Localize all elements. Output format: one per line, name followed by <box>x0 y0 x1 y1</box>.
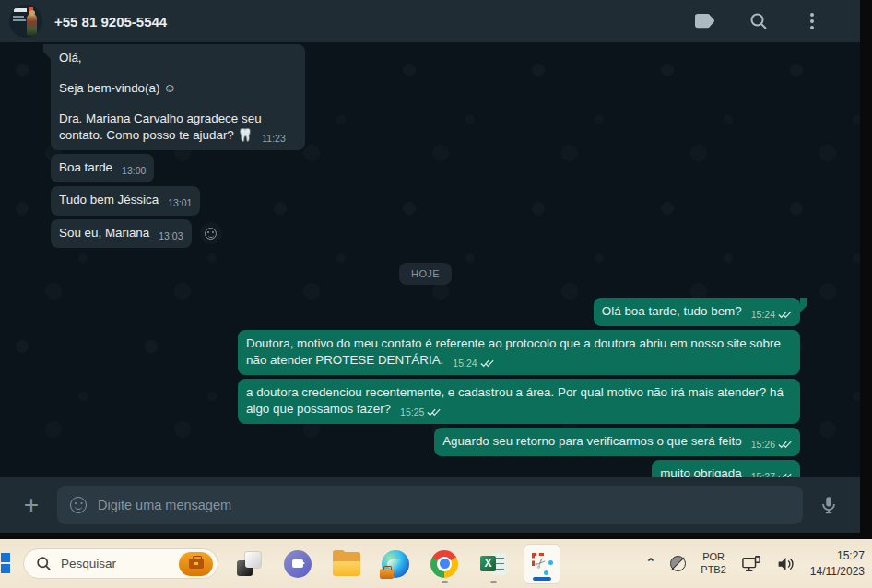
message-text: Dra. Mariana Carvalho agradece seu conta… <box>59 111 297 144</box>
message-time: 15:25 <box>400 406 424 417</box>
message-row: Doutora, motivo do meu contato é referen… <box>51 330 800 375</box>
message-row: Aguardo seu retorno para verificarmos o … <box>51 428 800 456</box>
message-time: 15:24 <box>751 309 775 320</box>
outgoing-message[interactable]: a doutora credenciou recentemente, e cad… <box>238 379 800 424</box>
message-time: 13:00 <box>122 164 146 177</box>
smiley-icon <box>205 228 217 240</box>
kebab-menu-icon[interactable] <box>801 10 823 32</box>
incoming-message[interactable]: Olá, Seja bem-vindo(a) ☺ Dra. Mariana Ca… <box>51 44 305 150</box>
outgoing-message[interactable]: Doutora, motivo do meu contato é referen… <box>238 330 800 375</box>
message-row: Olá, Seja bem-vindo(a) ☺ Dra. Mariana Ca… <box>51 44 800 150</box>
double-check-icon <box>480 358 494 370</box>
message-row: Boa tarde13:00 <box>51 154 800 182</box>
contact-phone-title[interactable]: +55 81 9205-5544 <box>54 14 694 29</box>
outgoing-message[interactable]: Aguardo seu retorno para verificarmos o … <box>434 428 800 456</box>
message-row: Tudo bem Jéssica13:01 <box>51 186 800 215</box>
incoming-message[interactable]: Sou eu, Mariana13:03 <box>51 219 192 248</box>
attach-plus-icon[interactable]: + <box>13 487 50 523</box>
tray-time: 15:27 <box>810 548 865 563</box>
windows-taskbar: Pesquisar X ✂ <box>0 539 872 588</box>
message-time: 13:03 <box>159 229 183 242</box>
date-divider: HOJE <box>399 263 452 285</box>
windows-start-icon[interactable] <box>0 553 10 573</box>
microphone-icon[interactable] <box>810 487 847 523</box>
tray-date: 14/11/2023 <box>810 564 865 579</box>
snipping-tool-icon[interactable]: ✂ <box>524 544 560 584</box>
message-text: Olá boa tarde, tudo bem? <box>602 304 742 318</box>
file-explorer-icon[interactable] <box>328 543 365 585</box>
taskbar-clock[interactable]: 15:27 14/11/2023 <box>810 548 865 578</box>
message-row: a doutora credenciou recentemente, e cad… <box>51 379 800 424</box>
contact-avatar[interactable] <box>9 5 42 38</box>
system-tray: ⌃ POR PTB2 15:27 14/11/2023 <box>645 539 865 588</box>
message-time: 15:26 <box>751 439 775 450</box>
speaker-icon[interactable] <box>776 556 795 572</box>
edge-icon[interactable] <box>377 543 414 585</box>
chat-header: +55 81 9205-5544 <box>0 0 860 42</box>
taskbar-search[interactable]: Pesquisar <box>23 548 218 579</box>
emoji-react-button[interactable] <box>200 222 222 244</box>
excel-icon[interactable]: X <box>475 543 512 585</box>
message-row: Olá boa tarde, tudo bem?15:24 <box>51 298 800 326</box>
show-hidden-icons-chevron[interactable]: ⌃ <box>645 556 655 570</box>
chat-area[interactable]: Olá, Seja bem-vindo(a) ☺ Dra. Mariana Ca… <box>0 42 860 477</box>
message-text: Tudo bem Jéssica <box>59 193 159 206</box>
desktop-screen: +55 81 9205-5544 Olá, Seja bem-vindo(a) … <box>0 0 872 588</box>
double-check-icon <box>427 406 441 419</box>
whatsapp-window: +55 81 9205-5544 Olá, Seja bem-vindo(a) … <box>0 0 860 533</box>
language-indicator[interactable]: POR PTB2 <box>701 551 726 577</box>
message-text: Olá, <box>59 50 297 66</box>
message-text: Aguardo seu retorno para verificarmos o … <box>442 434 742 448</box>
double-check-icon <box>778 439 792 452</box>
briefcase-icon <box>179 552 213 576</box>
outgoing-message[interactable]: Olá boa tarde, tudo bem?15:24 <box>594 298 800 326</box>
message-text: Doutora, motivo do meu contato é referen… <box>246 336 781 367</box>
notifications-off-icon[interactable] <box>670 556 686 571</box>
message-row: Sou eu, Mariana13:03 <box>51 219 800 248</box>
message-text: Seja bem-vindo(a) ☺ <box>59 80 297 97</box>
label-icon[interactable] <box>694 10 716 32</box>
message-time: 13:01 <box>168 196 192 209</box>
incoming-message[interactable]: Tudo bem Jéssica13:01 <box>51 186 200 215</box>
message-input[interactable] <box>98 498 790 512</box>
date-divider-row: HOJE <box>51 263 800 285</box>
search-icon[interactable] <box>748 10 770 32</box>
teams-chat-icon[interactable] <box>279 543 316 585</box>
emoji-picker-icon[interactable] <box>70 497 87 513</box>
message-text: Sou eu, Mariana <box>59 226 149 240</box>
message-composer: + <box>0 477 860 533</box>
incoming-message[interactable]: Boa tarde13:00 <box>51 154 154 182</box>
double-check-icon <box>778 309 792 322</box>
chrome-icon[interactable] <box>426 543 463 585</box>
task-view-icon[interactable] <box>230 543 267 585</box>
message-text: Boa tarde <box>59 160 112 174</box>
message-time: 11:23 <box>262 132 286 145</box>
search-label: Pesquisar <box>61 557 179 570</box>
message-text: a doutora credenciou recentemente, e cad… <box>246 385 784 416</box>
search-icon <box>36 556 52 571</box>
message-time: 15:24 <box>453 358 477 369</box>
network-icon[interactable] <box>741 555 761 573</box>
message-input-pill[interactable] <box>57 486 803 524</box>
